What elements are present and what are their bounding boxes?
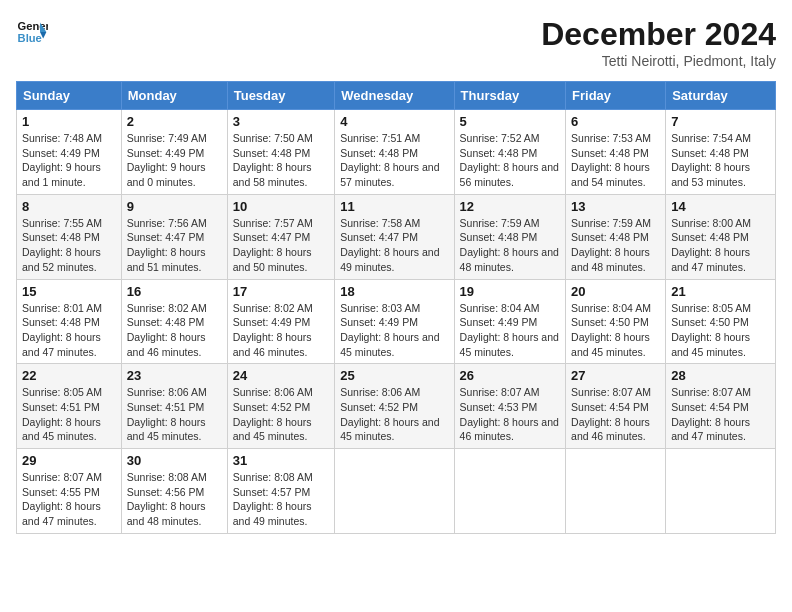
- day-number: 7: [671, 114, 770, 129]
- day-number: 9: [127, 199, 222, 214]
- cell-info: Sunrise: 7:48 AMSunset: 4:49 PMDaylight:…: [22, 131, 116, 190]
- cell-info: Sunrise: 8:07 AMSunset: 4:53 PMDaylight:…: [460, 385, 560, 444]
- calendar-cell: 25Sunrise: 8:06 AMSunset: 4:52 PMDayligh…: [335, 364, 454, 449]
- calendar-cell: 3Sunrise: 7:50 AMSunset: 4:48 PMDaylight…: [227, 110, 335, 195]
- day-number: 22: [22, 368, 116, 383]
- location: Tetti Neirotti, Piedmont, Italy: [541, 53, 776, 69]
- cell-info: Sunrise: 7:59 AMSunset: 4:48 PMDaylight:…: [571, 216, 660, 275]
- day-number: 16: [127, 284, 222, 299]
- cell-info: Sunrise: 8:07 AMSunset: 4:54 PMDaylight:…: [671, 385, 770, 444]
- calendar-cell: 31Sunrise: 8:08 AMSunset: 4:57 PMDayligh…: [227, 449, 335, 534]
- calendar-cell: 26Sunrise: 8:07 AMSunset: 4:53 PMDayligh…: [454, 364, 565, 449]
- calendar-table: SundayMondayTuesdayWednesdayThursdayFrid…: [16, 81, 776, 534]
- day-number: 13: [571, 199, 660, 214]
- cell-info: Sunrise: 8:03 AMSunset: 4:49 PMDaylight:…: [340, 301, 448, 360]
- day-number: 30: [127, 453, 222, 468]
- calendar-cell: 19Sunrise: 8:04 AMSunset: 4:49 PMDayligh…: [454, 279, 565, 364]
- calendar-cell: 1Sunrise: 7:48 AMSunset: 4:49 PMDaylight…: [17, 110, 122, 195]
- calendar-cell: 10Sunrise: 7:57 AMSunset: 4:47 PMDayligh…: [227, 194, 335, 279]
- cell-info: Sunrise: 8:06 AMSunset: 4:51 PMDaylight:…: [127, 385, 222, 444]
- calendar-cell: 16Sunrise: 8:02 AMSunset: 4:48 PMDayligh…: [121, 279, 227, 364]
- cell-info: Sunrise: 8:00 AMSunset: 4:48 PMDaylight:…: [671, 216, 770, 275]
- cell-info: Sunrise: 7:54 AMSunset: 4:48 PMDaylight:…: [671, 131, 770, 190]
- calendar-cell: 5Sunrise: 7:52 AMSunset: 4:48 PMDaylight…: [454, 110, 565, 195]
- calendar-cell: 12Sunrise: 7:59 AMSunset: 4:48 PMDayligh…: [454, 194, 565, 279]
- calendar-cell: 15Sunrise: 8:01 AMSunset: 4:48 PMDayligh…: [17, 279, 122, 364]
- calendar-cell: 21Sunrise: 8:05 AMSunset: 4:50 PMDayligh…: [666, 279, 776, 364]
- day-number: 27: [571, 368, 660, 383]
- day-number: 2: [127, 114, 222, 129]
- cell-info: Sunrise: 7:50 AMSunset: 4:48 PMDaylight:…: [233, 131, 330, 190]
- day-number: 31: [233, 453, 330, 468]
- calendar-cell: 18Sunrise: 8:03 AMSunset: 4:49 PMDayligh…: [335, 279, 454, 364]
- cell-info: Sunrise: 8:02 AMSunset: 4:49 PMDaylight:…: [233, 301, 330, 360]
- logo: General Blue: [16, 16, 48, 48]
- day-number: 4: [340, 114, 448, 129]
- calendar-cell: 4Sunrise: 7:51 AMSunset: 4:48 PMDaylight…: [335, 110, 454, 195]
- day-number: 1: [22, 114, 116, 129]
- cell-info: Sunrise: 7:53 AMSunset: 4:48 PMDaylight:…: [571, 131, 660, 190]
- header-cell-thursday: Thursday: [454, 82, 565, 110]
- calendar-cell: 20Sunrise: 8:04 AMSunset: 4:50 PMDayligh…: [566, 279, 666, 364]
- day-number: 25: [340, 368, 448, 383]
- cell-info: Sunrise: 7:58 AMSunset: 4:47 PMDaylight:…: [340, 216, 448, 275]
- day-number: 14: [671, 199, 770, 214]
- calendar-cell: [666, 449, 776, 534]
- day-number: 20: [571, 284, 660, 299]
- day-number: 12: [460, 199, 560, 214]
- svg-text:Blue: Blue: [18, 32, 42, 44]
- cell-info: Sunrise: 7:59 AMSunset: 4:48 PMDaylight:…: [460, 216, 560, 275]
- header-cell-monday: Monday: [121, 82, 227, 110]
- week-row-4: 22Sunrise: 8:05 AMSunset: 4:51 PMDayligh…: [17, 364, 776, 449]
- header-cell-wednesday: Wednesday: [335, 82, 454, 110]
- calendar-cell: 2Sunrise: 7:49 AMSunset: 4:49 PMDaylight…: [121, 110, 227, 195]
- calendar-cell: 28Sunrise: 8:07 AMSunset: 4:54 PMDayligh…: [666, 364, 776, 449]
- cell-info: Sunrise: 8:08 AMSunset: 4:56 PMDaylight:…: [127, 470, 222, 529]
- cell-info: Sunrise: 8:01 AMSunset: 4:48 PMDaylight:…: [22, 301, 116, 360]
- day-number: 26: [460, 368, 560, 383]
- calendar-cell: 29Sunrise: 8:07 AMSunset: 4:55 PMDayligh…: [17, 449, 122, 534]
- cell-info: Sunrise: 7:51 AMSunset: 4:48 PMDaylight:…: [340, 131, 448, 190]
- calendar-cell: 30Sunrise: 8:08 AMSunset: 4:56 PMDayligh…: [121, 449, 227, 534]
- day-number: 5: [460, 114, 560, 129]
- day-number: 23: [127, 368, 222, 383]
- cell-info: Sunrise: 8:07 AMSunset: 4:54 PMDaylight:…: [571, 385, 660, 444]
- day-number: 17: [233, 284, 330, 299]
- cell-info: Sunrise: 8:06 AMSunset: 4:52 PMDaylight:…: [340, 385, 448, 444]
- header: General Blue December 2024 Tetti Neirott…: [16, 16, 776, 69]
- cell-info: Sunrise: 8:05 AMSunset: 4:51 PMDaylight:…: [22, 385, 116, 444]
- calendar-cell: [566, 449, 666, 534]
- header-cell-saturday: Saturday: [666, 82, 776, 110]
- header-cell-sunday: Sunday: [17, 82, 122, 110]
- calendar-cell: 17Sunrise: 8:02 AMSunset: 4:49 PMDayligh…: [227, 279, 335, 364]
- cell-info: Sunrise: 7:56 AMSunset: 4:47 PMDaylight:…: [127, 216, 222, 275]
- day-number: 21: [671, 284, 770, 299]
- cell-info: Sunrise: 7:57 AMSunset: 4:47 PMDaylight:…: [233, 216, 330, 275]
- calendar-cell: 27Sunrise: 8:07 AMSunset: 4:54 PMDayligh…: [566, 364, 666, 449]
- title-area: December 2024 Tetti Neirotti, Piedmont, …: [541, 16, 776, 69]
- cell-info: Sunrise: 7:52 AMSunset: 4:48 PMDaylight:…: [460, 131, 560, 190]
- header-cell-tuesday: Tuesday: [227, 82, 335, 110]
- cell-info: Sunrise: 7:55 AMSunset: 4:48 PMDaylight:…: [22, 216, 116, 275]
- day-number: 24: [233, 368, 330, 383]
- cell-info: Sunrise: 8:08 AMSunset: 4:57 PMDaylight:…: [233, 470, 330, 529]
- calendar-cell: [454, 449, 565, 534]
- calendar-cell: 22Sunrise: 8:05 AMSunset: 4:51 PMDayligh…: [17, 364, 122, 449]
- week-row-1: 1Sunrise: 7:48 AMSunset: 4:49 PMDaylight…: [17, 110, 776, 195]
- cell-info: Sunrise: 8:04 AMSunset: 4:49 PMDaylight:…: [460, 301, 560, 360]
- calendar-cell: 8Sunrise: 7:55 AMSunset: 4:48 PMDaylight…: [17, 194, 122, 279]
- day-number: 29: [22, 453, 116, 468]
- cell-info: Sunrise: 8:02 AMSunset: 4:48 PMDaylight:…: [127, 301, 222, 360]
- day-number: 18: [340, 284, 448, 299]
- day-number: 28: [671, 368, 770, 383]
- day-number: 3: [233, 114, 330, 129]
- calendar-cell: [335, 449, 454, 534]
- week-row-5: 29Sunrise: 8:07 AMSunset: 4:55 PMDayligh…: [17, 449, 776, 534]
- calendar-cell: 9Sunrise: 7:56 AMSunset: 4:47 PMDaylight…: [121, 194, 227, 279]
- week-row-3: 15Sunrise: 8:01 AMSunset: 4:48 PMDayligh…: [17, 279, 776, 364]
- header-cell-friday: Friday: [566, 82, 666, 110]
- calendar-cell: 6Sunrise: 7:53 AMSunset: 4:48 PMDaylight…: [566, 110, 666, 195]
- calendar-cell: 24Sunrise: 8:06 AMSunset: 4:52 PMDayligh…: [227, 364, 335, 449]
- day-number: 10: [233, 199, 330, 214]
- cell-info: Sunrise: 8:04 AMSunset: 4:50 PMDaylight:…: [571, 301, 660, 360]
